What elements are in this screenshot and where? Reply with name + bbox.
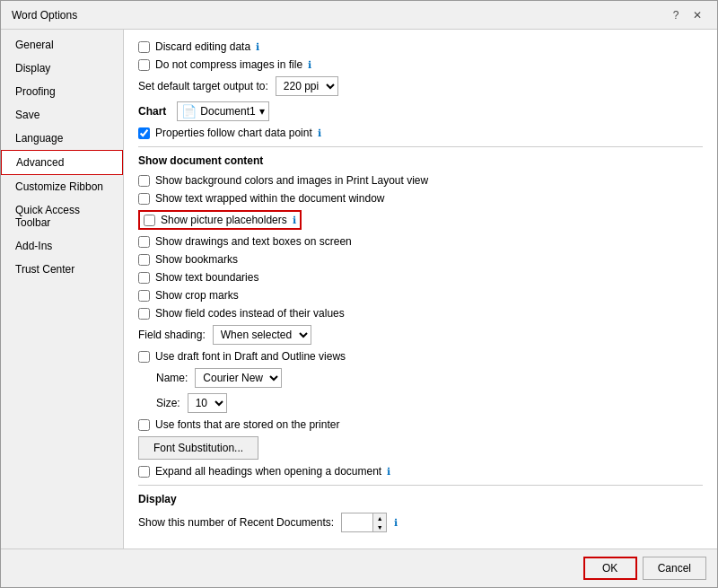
chart-doc-name: Document1 (200, 105, 255, 118)
discard-editing-row: Discard editing data ℹ (138, 40, 703, 53)
discard-editing-checkbox[interactable] (138, 41, 150, 53)
display-header: Display (138, 493, 703, 505)
default-target-select[interactable]: 220 ppi (276, 76, 338, 96)
dialog-title: Word Options (12, 9, 77, 22)
show-drawings-label[interactable]: Show drawings and text boxes on screen (138, 235, 352, 248)
main-content: Discard editing data ℹ Do not compress i… (124, 30, 717, 549)
doc-icon: 📄 (181, 104, 197, 118)
sidebar-item-save[interactable]: Save (1, 103, 123, 127)
sidebar: General Display Proofing Save Language A… (1, 30, 124, 549)
show-text-wrapped-label[interactable]: Show text wrapped within the document wi… (138, 192, 384, 205)
spinner-down-button[interactable]: ▼ (373, 522, 386, 531)
use-draft-font-label[interactable]: Use draft font in Draft and Outline view… (138, 350, 346, 363)
size-select[interactable]: 10 (188, 393, 227, 413)
expand-headings-label[interactable]: Expand all headings when opening a docum… (138, 465, 390, 478)
recent-docs-spinner: 25 ▲ ▼ (341, 513, 387, 532)
use-draft-font-row: Use draft font in Draft and Outline view… (138, 350, 703, 363)
show-text-boundaries-row: Show text boundaries (138, 271, 703, 284)
properties-follow-checkbox[interactable] (138, 127, 150, 139)
field-shading-select[interactable]: When selected (213, 325, 311, 345)
show-picture-placeholders-info-icon: ℹ (293, 215, 296, 226)
show-field-codes-row: Show field codes instead of their values (138, 307, 703, 320)
ok-button[interactable]: OK (583, 557, 637, 580)
help-button[interactable]: ? (667, 6, 685, 24)
show-crop-marks-checkbox[interactable] (138, 290, 150, 302)
properties-follow-row: Properties follow chart data point ℹ (138, 127, 703, 139)
close-button[interactable]: ✕ (688, 6, 706, 24)
show-text-boundaries-checkbox[interactable] (138, 272, 150, 284)
show-drawings-checkbox[interactable] (138, 236, 150, 248)
show-text-wrapped-checkbox[interactable] (138, 193, 150, 205)
use-fonts-printer-row: Use fonts that are stored on the printer (138, 418, 703, 431)
name-select[interactable]: Courier New (195, 368, 282, 388)
spinner-up-button[interactable]: ▲ (373, 513, 386, 522)
show-picture-placeholders-highlight: Show picture placeholders ℹ (138, 210, 302, 230)
title-bar: Word Options ? ✕ (1, 1, 717, 30)
cancel-button[interactable]: Cancel (643, 557, 706, 580)
word-options-dialog: Word Options ? ✕ General Display Proofin… (0, 0, 718, 588)
show-bookmarks-label[interactable]: Show bookmarks (138, 253, 238, 266)
properties-follow-info-icon: ℹ (318, 127, 321, 139)
show-crop-marks-row: Show crop marks (138, 289, 703, 302)
show-picture-placeholders-checkbox[interactable] (144, 215, 155, 226)
use-fonts-printer-label[interactable]: Use fonts that are stored on the printer (138, 418, 339, 431)
sidebar-item-quick-access[interactable]: Quick Access Toolbar (1, 198, 123, 234)
chart-doc-select[interactable]: 📄 Document1 ▾ (177, 101, 268, 121)
no-compress-checkbox[interactable] (138, 59, 150, 71)
expand-headings-info-icon: ℹ (387, 466, 390, 478)
recent-docs-info-icon: ℹ (394, 517, 398, 529)
dialog-footer: OK Cancel (1, 549, 717, 587)
font-substitution-row: Font Substitution... (138, 436, 703, 460)
sidebar-item-general[interactable]: General (1, 33, 123, 57)
font-substitution-button[interactable]: Font Substitution... (138, 436, 258, 460)
show-text-boundaries-label[interactable]: Show text boundaries (138, 271, 258, 284)
show-crop-marks-label[interactable]: Show crop marks (138, 289, 239, 302)
size-row: Size: 10 (156, 393, 703, 413)
expand-headings-checkbox[interactable] (138, 466, 150, 478)
sidebar-item-customize-ribbon[interactable]: Customize Ribbon (1, 175, 123, 198)
default-target-label: Set default target output to: (138, 80, 268, 92)
recent-docs-label: Show this number of Recent Documents: (138, 516, 334, 529)
show-bookmarks-checkbox[interactable] (138, 254, 150, 266)
field-shading-label: Field shading: (138, 329, 206, 341)
name-label: Name: (156, 372, 188, 384)
no-compress-row: Do not compress images in file ℹ (138, 58, 703, 71)
no-compress-info-icon: ℹ (308, 59, 311, 71)
show-bg-colors-label[interactable]: Show background colors and images in Pri… (138, 174, 428, 187)
expand-headings-row: Expand all headings when opening a docum… (138, 465, 703, 478)
sidebar-item-trust-center[interactable]: Trust Center (1, 258, 123, 281)
default-target-row: Set default target output to: 220 ppi (138, 76, 703, 96)
show-text-wrapped-row: Show text wrapped within the document wi… (138, 192, 703, 205)
no-compress-label[interactable]: Do not compress images in file ℹ (138, 58, 311, 71)
show-field-codes-checkbox[interactable] (138, 308, 150, 320)
show-picture-placeholders-row: Show picture placeholders ℹ (138, 210, 703, 230)
size-label: Size: (156, 397, 180, 409)
show-doc-content-header: Show document content (138, 154, 703, 167)
recent-docs-row: Show this number of Recent Documents: 25… (138, 513, 703, 532)
show-bookmarks-row: Show bookmarks (138, 253, 703, 266)
discard-editing-label[interactable]: Discard editing data ℹ (138, 40, 259, 53)
sidebar-item-display[interactable]: Display (1, 57, 123, 80)
properties-follow-label[interactable]: Properties follow chart data point ℹ (138, 127, 321, 139)
use-fonts-printer-checkbox[interactable] (138, 419, 150, 431)
chart-row: Chart 📄 Document1 ▾ (138, 101, 703, 121)
recent-docs-input[interactable]: 25 (341, 513, 373, 532)
use-draft-font-checkbox[interactable] (138, 351, 150, 363)
show-drawings-row: Show drawings and text boxes on screen (138, 235, 703, 248)
discard-editing-info-icon: ℹ (256, 41, 259, 53)
show-picture-placeholders-label: Show picture placeholders (161, 214, 287, 226)
show-bg-colors-row: Show background colors and images in Pri… (138, 174, 703, 187)
sidebar-item-proofing[interactable]: Proofing (1, 80, 123, 103)
title-bar-controls: ? ✕ (667, 6, 706, 24)
chart-dropdown-icon: ▾ (259, 105, 265, 118)
field-shading-row: Field shading: When selected (138, 325, 703, 345)
chart-label: Chart (138, 105, 166, 118)
show-bg-colors-checkbox[interactable] (138, 175, 150, 187)
show-field-codes-label[interactable]: Show field codes instead of their values (138, 307, 345, 320)
sidebar-item-advanced[interactable]: Advanced (1, 150, 123, 175)
sidebar-item-addins[interactable]: Add-Ins (1, 234, 123, 258)
dialog-body: General Display Proofing Save Language A… (1, 30, 717, 549)
spinner-arrows: ▲ ▼ (373, 513, 387, 532)
name-row: Name: Courier New (156, 368, 703, 388)
sidebar-item-language[interactable]: Language (1, 127, 123, 150)
